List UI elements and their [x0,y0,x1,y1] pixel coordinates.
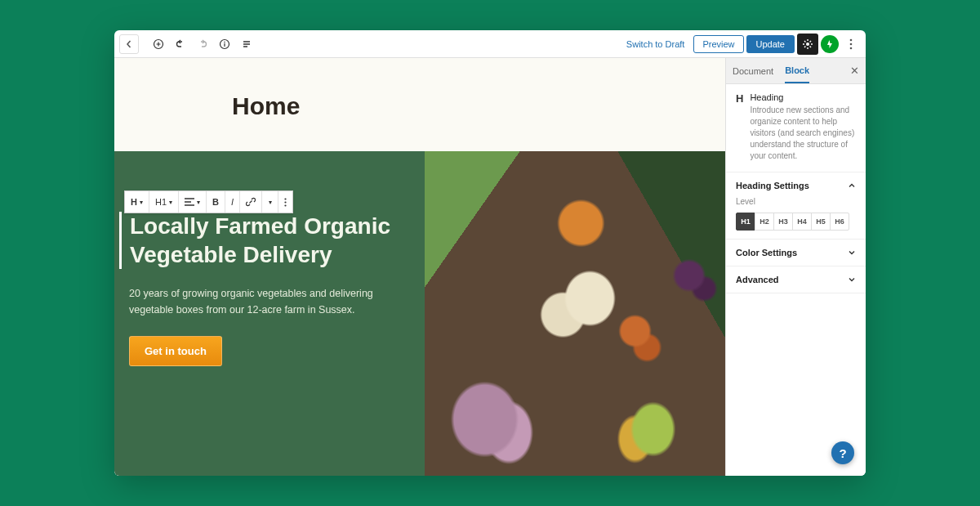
advanced-toggle[interactable]: Advanced [736,275,856,284]
chevron-down-icon [848,249,856,257]
svg-point-10 [284,204,286,206]
heading-level-label: H1 [155,197,167,207]
level-h3[interactable]: H3 [773,213,793,231]
level-h5[interactable]: H5 [811,213,831,231]
block-type-label: H [131,197,137,207]
bold-button[interactable]: B [207,191,225,213]
color-settings-label: Color Settings [736,248,797,257]
outline-button[interactable] [237,34,256,54]
italic-button[interactable]: I [225,191,240,213]
tab-document[interactable]: Document [733,60,773,83]
close-sidebar-button[interactable]: ✕ [850,65,859,77]
block-more-button[interactable] [278,191,292,213]
settings-sidebar: Document Block ✕ H Heading Introduce new… [725,58,866,476]
level-h6[interactable]: H6 [830,213,849,231]
dropdown-button[interactable]: ▾ [262,191,278,213]
level-h2[interactable]: H2 [755,213,774,231]
svg-rect-3 [224,43,225,47]
italic-label: I [231,197,234,207]
color-settings-panel: Color Settings [726,240,866,266]
hero-section: H▾ H1▾ ▾ B I ▾ Locally Farmed Organic Ve… [114,151,725,476]
hero-image [425,151,725,476]
block-name: Heading [750,92,856,102]
chevron-up-icon [848,181,856,190]
switch-to-draft-link[interactable]: Switch to Draft [620,39,692,49]
back-button[interactable] [119,34,139,54]
hero-image-column[interactable] [425,151,725,476]
top-toolbar: Switch to Draft Preview Update [114,30,866,58]
block-description: Introduce new sections and organize cont… [750,105,856,162]
editor-body: Home H▾ H1▾ ▾ B I ▾ Locally Farmed Organ… [114,58,866,476]
sidebar-tabs: Document Block ✕ [726,58,866,84]
block-type-toggle[interactable]: H▾ [125,191,149,213]
preview-button[interactable]: Preview [693,35,743,53]
bold-label: B [212,197,219,207]
jetpack-button[interactable] [821,35,839,53]
editor-window: Switch to Draft Preview Update Home H▾ H… [114,30,866,476]
add-block-button[interactable] [149,34,168,54]
hero-text-column: H▾ H1▾ ▾ B I ▾ Locally Farmed Organic Ve… [114,151,425,476]
info-button[interactable] [215,34,234,54]
block-toolbar: H▾ H1▾ ▾ B I ▾ [124,190,293,213]
undo-button[interactable] [171,34,190,54]
heading-settings-toggle[interactable]: Heading Settings [736,181,856,190]
heading-settings-panel: Heading Settings Level H1 H2 H3 H4 H5 H6 [726,172,866,240]
svg-point-7 [850,47,853,49]
level-h1[interactable]: H1 [736,213,755,231]
tab-block[interactable]: Block [785,59,809,83]
svg-point-4 [806,43,809,46]
level-h4[interactable]: H4 [792,213,812,231]
heading-level-toggle[interactable]: H1▾ [149,191,179,213]
block-info: H Heading Introduce new sections and org… [726,84,866,172]
heading-level-picker: H1 H2 H3 H4 H5 H6 [736,213,856,231]
settings-button[interactable] [797,34,818,55]
more-menu-button[interactable] [841,34,861,54]
editor-canvas[interactable]: Home H▾ H1▾ ▾ B I ▾ Locally Farmed Organ… [114,58,725,476]
svg-point-8 [284,198,286,199]
heading-settings-label: Heading Settings [736,181,809,190]
hero-subtext[interactable]: 20 years of growing organic vegetables a… [129,285,390,318]
color-settings-toggle[interactable]: Color Settings [736,248,856,257]
svg-point-6 [850,43,853,45]
align-toggle[interactable]: ▾ [179,191,207,213]
cta-button[interactable]: Get in touch [129,336,222,366]
update-button[interactable]: Update [746,35,795,53]
help-button[interactable]: ? [831,441,854,464]
chevron-down-icon [848,275,856,284]
page-title[interactable]: Home [114,58,725,151]
svg-point-9 [284,201,286,203]
advanced-label: Advanced [736,275,779,284]
hero-heading[interactable]: Locally Farmed Organic Vegetable Deliver… [119,212,410,269]
link-button[interactable] [240,191,262,213]
advanced-panel: Advanced [726,266,866,293]
svg-point-2 [224,41,225,43]
redo-button[interactable] [193,34,212,54]
heading-block-icon: H [736,92,743,162]
svg-point-5 [850,38,853,41]
level-label: Level [736,197,856,206]
